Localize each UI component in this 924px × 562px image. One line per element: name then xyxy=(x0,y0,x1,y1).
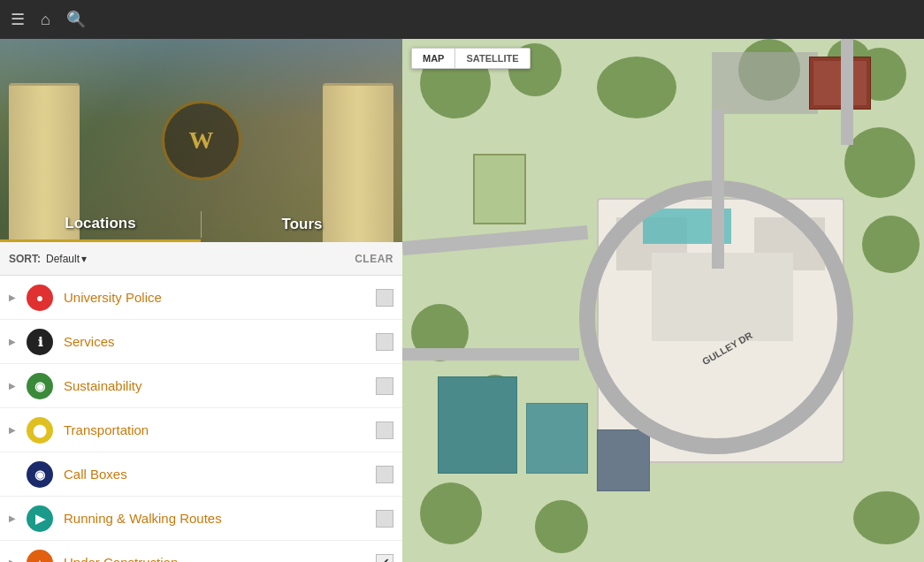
list-item-sustainability[interactable]: ▶◉Sustainability xyxy=(0,364,402,408)
left-panel: W Locations Tours SORT: Default ▾ CLEAR xyxy=(0,39,402,562)
category-label-sustainability: Sustainability xyxy=(64,378,376,393)
sort-dropdown[interactable]: Default ▾ xyxy=(46,253,87,265)
list-area: ▶●University Police▶ℹServices▶◉Sustainab… xyxy=(0,276,402,562)
category-icon-sustainability: ◉ xyxy=(27,373,53,399)
hero-logo-text: W xyxy=(189,126,214,155)
road-vertical-right xyxy=(841,39,853,145)
list-item-transportation[interactable]: ▶⬤Transportation xyxy=(0,408,402,452)
clear-button[interactable]: CLEAR xyxy=(355,253,393,265)
main-layout: W Locations Tours SORT: Default ▾ CLEAR xyxy=(0,39,924,562)
category-icon-running-walking: ▶ xyxy=(27,505,53,532)
tab-locations[interactable]: Locations xyxy=(0,207,201,242)
category-label-under-construction: Under Construction xyxy=(64,555,376,562)
category-label-transportation: Transportation xyxy=(64,422,376,437)
map-toggle: MAP SATELLITE xyxy=(411,48,531,69)
checkbox-call-boxes[interactable] xyxy=(376,466,393,483)
chevron-icon: ▶ xyxy=(9,425,19,435)
tree-cluster xyxy=(862,216,920,273)
checkbox-transportation[interactable] xyxy=(376,422,393,439)
category-icon-transportation: ⬤ xyxy=(27,417,53,444)
list-item-under-construction[interactable]: ▶▲Under Construction✔ xyxy=(0,541,402,562)
building-teal xyxy=(438,376,517,474)
category-icon-services: ℹ xyxy=(27,329,53,355)
category-label-call-boxes: Call Boxes xyxy=(64,467,376,482)
road-vertical xyxy=(712,110,724,269)
tree-cluster xyxy=(420,482,482,544)
map-background: GULLEY DR xyxy=(402,39,924,562)
category-icon-under-construction: ▲ xyxy=(27,550,53,563)
map-toggle-satellite[interactable]: SATELLITE xyxy=(455,49,529,68)
checkbox-university-police[interactable] xyxy=(376,289,393,307)
building-gray xyxy=(597,429,650,491)
chevron-icon: ▶ xyxy=(9,292,19,302)
checkbox-sustainability[interactable] xyxy=(376,377,393,395)
home-icon[interactable]: ⌂ xyxy=(41,11,50,29)
category-label-running-walking: Running & Walking Routes xyxy=(64,511,376,526)
menu-icon[interactable]: ☰ xyxy=(11,10,25,29)
category-icon-call-boxes: ◉ xyxy=(27,461,53,488)
chevron-icon: ▶ xyxy=(9,513,19,523)
tree-cluster xyxy=(597,57,676,118)
road-horizontal xyxy=(402,225,588,255)
search-icon[interactable]: 🔍 xyxy=(66,10,86,29)
sort-bar: SORT: Default ▾ CLEAR xyxy=(0,242,402,276)
category-label-services: Services xyxy=(64,334,376,349)
list-item-running-walking[interactable]: ▶▶Running & Walking Routes xyxy=(0,497,402,541)
road-left xyxy=(402,348,579,361)
tree-cluster xyxy=(853,491,920,544)
chevron-icon: ▶ xyxy=(9,558,19,562)
building-teal-2 xyxy=(526,403,588,474)
map-toggle-map[interactable]: MAP xyxy=(412,49,455,68)
hero-tabs: Locations Tours xyxy=(0,207,402,242)
parking-lot xyxy=(712,52,818,114)
tab-tours[interactable]: Tours xyxy=(202,207,402,242)
sort-value: Default xyxy=(46,253,80,265)
tree-cluster xyxy=(535,500,588,553)
list-item-call-boxes[interactable]: ◉Call Boxes xyxy=(0,452,402,497)
category-label-university-police: University Police xyxy=(64,290,376,305)
hero-logo: W xyxy=(162,101,241,180)
navbar: ☰ ⌂ 🔍 xyxy=(0,0,924,39)
checkbox-services[interactable] xyxy=(376,333,393,351)
checkbox-running-walking[interactable] xyxy=(376,510,393,528)
tree-cluster xyxy=(844,127,915,198)
chevron-down-icon: ▾ xyxy=(81,253,87,265)
chevron-icon: ▶ xyxy=(9,337,19,346)
building-red-inner xyxy=(813,61,867,105)
sort-label: SORT: xyxy=(9,253,41,265)
field-rectangle xyxy=(473,154,526,224)
list-item-services[interactable]: ▶ℹServices xyxy=(0,320,402,364)
chevron-icon: ▶ xyxy=(9,381,19,391)
category-icon-university-police: ● xyxy=(27,285,53,311)
hero: W Locations Tours xyxy=(0,39,402,242)
map-area: MAP SATELLITE xyxy=(402,39,924,562)
list-item-university-police[interactable]: ▶●University Police xyxy=(0,276,402,320)
checkbox-under-construction[interactable]: ✔ xyxy=(376,554,393,563)
